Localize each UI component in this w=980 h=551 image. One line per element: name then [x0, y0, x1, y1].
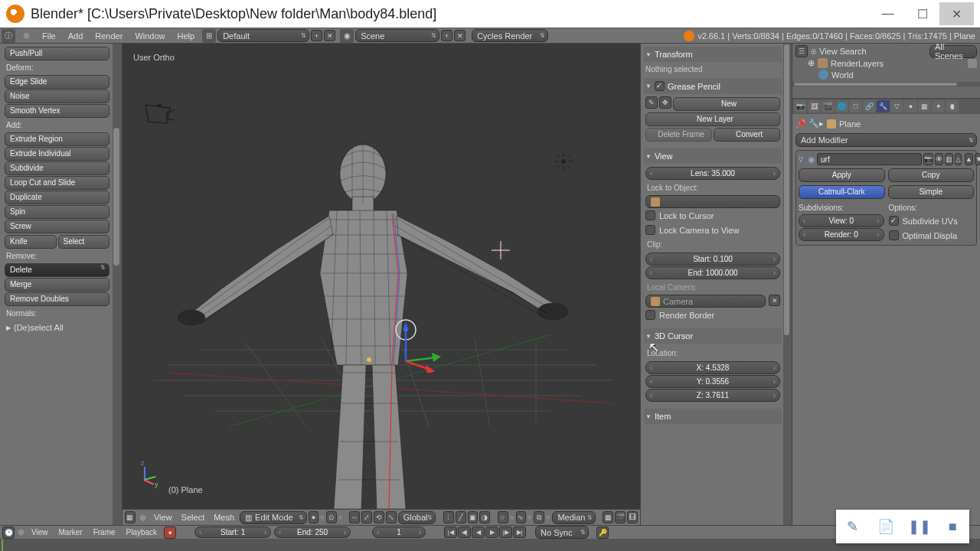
layout-add-button[interactable]: + [311, 30, 322, 41]
outliner-expand-icon[interactable]: ⊕ [810, 47, 817, 57]
clip-end-field[interactable]: End: 1000.000 [645, 266, 780, 279]
layers-icon[interactable]: ▦ [603, 511, 613, 523]
modifier-apply[interactable]: Apply [799, 168, 885, 182]
minimize-button[interactable]: — [871, 2, 905, 25]
layout-del-button[interactable]: ✕ [324, 30, 335, 41]
tool-edge-slide[interactable]: Edge Slide [5, 75, 109, 89]
close-button[interactable]: ✕ [939, 2, 974, 25]
play-icon[interactable]: ▶ [485, 527, 498, 538]
shading-icon[interactable]: ● [309, 511, 319, 523]
manipulator-toggle-icon[interactable]: ↔ [349, 511, 360, 523]
outliner-view[interactable]: View [819, 47, 838, 56]
tool-spin[interactable]: Spin [5, 205, 109, 219]
play-reverse-icon[interactable]: ◀ [472, 527, 485, 538]
pin-icon[interactable]: 📌 [795, 119, 805, 129]
modifier-collapse-icon[interactable]: ▽ [799, 156, 803, 163]
keyframe-next-icon[interactable]: |▶ [499, 527, 512, 538]
frame-start-field[interactable]: Start: 1 [194, 527, 271, 538]
sync-mode-select[interactable]: No Sync⇅ [535, 526, 589, 539]
tool-delete[interactable]: Delete [5, 263, 109, 277]
tool-loop-cut[interactable]: Loop Cut and Slide [5, 176, 109, 190]
jump-start-icon[interactable]: |◀ [444, 527, 457, 538]
render-anim-icon[interactable]: 🎞 [627, 511, 638, 523]
tab-physics[interactable]: ⬮ [946, 100, 959, 112]
scene-select[interactable]: Scene⇅ [355, 29, 439, 42]
tool-extrude-individual[interactable]: Extrude Individual [5, 147, 109, 161]
cursor-y-field[interactable]: Y: 0.3556 [645, 375, 780, 388]
local-camera-select[interactable]: Camera [645, 295, 766, 308]
scene-icon[interactable]: ◉ [340, 29, 354, 43]
cursor-panel-header[interactable]: ▼3D Cursor [644, 328, 782, 344]
mod-move-down-icon[interactable]: ▼ [975, 153, 980, 165]
lens-field[interactable]: Lens: 35.000 [645, 167, 780, 180]
tool-merge[interactable]: Merge [5, 278, 109, 292]
tab-particles[interactable]: ✦ [932, 100, 945, 112]
clip-start-field[interactable]: Start: 0.100 [645, 253, 780, 266]
grease-erase-icon[interactable]: ✥ [659, 96, 671, 109]
occlude-icon[interactable]: ◑ [479, 511, 490, 523]
stop-icon[interactable]: ■ [944, 518, 961, 535]
pause-icon[interactable]: ❚❚ [911, 518, 928, 535]
mode-select[interactable]: ▥ Edit Mode⇅ [240, 511, 306, 524]
tab-constraints[interactable]: 🔗 [863, 100, 876, 112]
auto-keyframe-icon[interactable]: ● [164, 527, 176, 539]
tab-world[interactable]: 🌐 [835, 100, 848, 112]
pencil-tool-icon[interactable]: ✎ [844, 518, 861, 535]
lock-object-select[interactable] [645, 195, 780, 208]
menu-add[interactable]: Add [62, 31, 90, 41]
rotate-icon[interactable]: ⟲ [374, 511, 384, 523]
lock-cam-check[interactable] [645, 225, 655, 235]
grease-new-layer[interactable]: New Layer [645, 112, 780, 126]
outliner-filter[interactable]: All Scenes [929, 45, 977, 58]
subsurf-catmull[interactable]: Catmull-Clark [799, 185, 885, 199]
optimal-display-check[interactable] [889, 230, 899, 240]
tab-modifiers[interactable]: 🔧 [877, 100, 890, 112]
timeline-playback[interactable]: Playback [122, 528, 162, 536]
grease-draw-icon[interactable]: ✎ [645, 96, 658, 109]
modifier-copy[interactable]: Copy [888, 168, 975, 182]
tab-data[interactable]: ▽ [890, 100, 903, 112]
mod-show-cage-icon[interactable]: △ [955, 153, 962, 165]
prop-edit-icon[interactable]: ○ [498, 511, 508, 523]
subsurf-simple[interactable]: Simple [888, 185, 975, 199]
editor-type-3dview-icon[interactable]: ▦ [125, 511, 136, 523]
scene-del-button[interactable]: ✕ [454, 30, 466, 41]
tool-push-pull[interactable]: Push/Pull [5, 47, 109, 60]
modifier-name-field[interactable] [817, 153, 922, 165]
pivot-icon[interactable]: ⊙ [326, 511, 337, 523]
timeline-marker[interactable]: Marker [55, 528, 87, 536]
render-preview-icon[interactable]: 🎬 [615, 511, 626, 523]
header-expand-icon[interactable]: ⊕ [137, 513, 149, 523]
3d-viewport[interactable]: User Ortho [122, 44, 640, 525]
viewport-menu-mesh[interactable]: Mesh [210, 513, 238, 522]
mod-show-render-icon[interactable]: 📷 [923, 153, 933, 165]
sel-mode-edge-icon[interactable]: ╱ [456, 511, 466, 523]
tool-duplicate[interactable]: Duplicate [5, 191, 109, 204]
subdiv-view-field[interactable]: View: 0 [799, 214, 884, 227]
tool-extrude-region[interactable]: Extrude Region [5, 132, 109, 146]
sel-mode-face-icon[interactable]: ▣ [468, 511, 479, 523]
toolshelf-scrollbar[interactable] [113, 44, 122, 525]
tab-scene[interactable]: 🎬 [822, 100, 835, 112]
item-panel-header[interactable]: ▼Item [644, 409, 782, 424]
local-camera-clear[interactable]: ✕ [769, 295, 780, 306]
tab-layers[interactable]: 🖼 [808, 100, 821, 112]
transform-panel-header[interactable]: ▼Transform [644, 47, 782, 62]
tab-render[interactable]: 📷 [794, 100, 807, 112]
render-border-check[interactable] [645, 310, 655, 320]
timeline-editor-icon[interactable]: 🕑 [2, 527, 15, 539]
snap-icon[interactable]: ⧉ [534, 511, 544, 523]
operator-history[interactable]: ▶(De)select All [5, 320, 109, 335]
timeline-track[interactable] [0, 540, 980, 551]
tool-knife-select[interactable]: Select [58, 235, 110, 249]
cursor-z-field[interactable]: Z: 3.7611 [645, 389, 780, 402]
tool-smooth-vertex[interactable]: Smooth Vertex [5, 104, 109, 118]
npanel-scrollbar[interactable] [783, 44, 792, 525]
jump-end-icon[interactable]: ▶| [513, 527, 526, 538]
scene-add-button[interactable]: + [441, 30, 452, 41]
outliner-item-world[interactable]: World [795, 69, 977, 80]
translate-icon[interactable]: ⤢ [361, 511, 372, 523]
add-modifier-dropdown[interactable]: Add Modifier⇅ [795, 133, 977, 147]
tool-remove-doubles[interactable]: Remove Doubles [5, 292, 109, 306]
frame-current-field[interactable]: 1 [372, 527, 426, 538]
